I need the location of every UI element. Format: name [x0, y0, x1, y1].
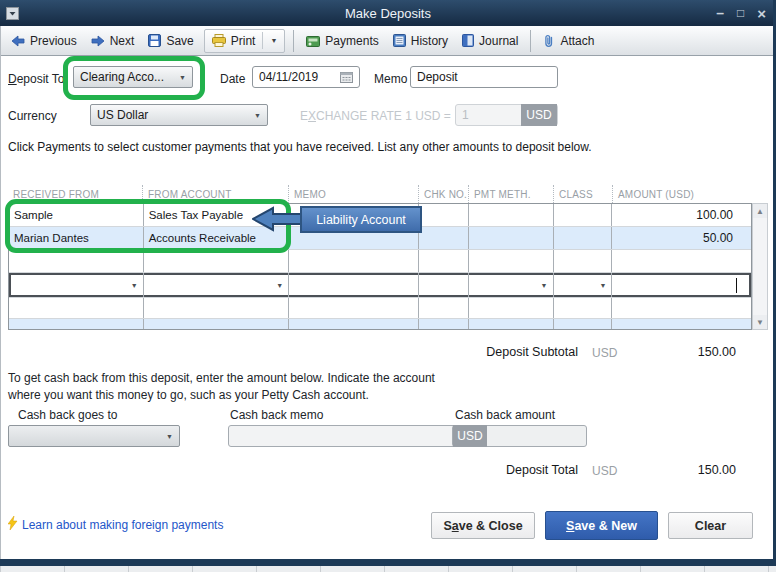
titlebar[interactable]: Make Deposits – □ × — [0, 0, 776, 26]
chevron-down-icon: ▼ — [270, 37, 277, 44]
payments-button[interactable]: Payments — [299, 30, 385, 52]
cell-received-from[interactable] — [9, 250, 143, 272]
attach-icon — [543, 34, 555, 48]
history-button[interactable]: History — [386, 30, 455, 52]
cell-amount[interactable] — [611, 298, 751, 318]
cash-back-memo-field[interactable] — [228, 425, 456, 447]
chevron-down-icon: ▼ — [179, 74, 186, 81]
chevron-down-icon[interactable]: ▼ — [541, 282, 548, 289]
cell-amount[interactable] — [611, 319, 751, 330]
save-and-new-button[interactable]: Save & New — [545, 511, 658, 540]
cell-pmt-meth[interactable] — [468, 319, 553, 330]
close-button[interactable]: × — [757, 6, 766, 21]
cell-from-account[interactable] — [143, 250, 289, 272]
cell-amount-editing[interactable] — [611, 273, 751, 297]
toolbar: Previous Next Save Print ▼ Payments Hist… — [0, 26, 776, 56]
cell-class[interactable] — [553, 250, 612, 272]
cash-back-goes-to-dropdown[interactable]: ▼ — [8, 425, 180, 447]
cash-back-instruction-line1: To get cash back from this deposit, ente… — [8, 371, 435, 385]
minimize-button[interactable]: – — [716, 6, 724, 20]
cell-memo[interactable] — [288, 250, 418, 272]
date-field[interactable]: 04/11/2019 — [252, 66, 360, 88]
payments-icon — [306, 34, 320, 47]
cell-chk-no[interactable] — [418, 298, 468, 318]
print-button-group: Print ▼ — [204, 29, 286, 53]
cell-amount[interactable] — [611, 250, 751, 272]
exchange-rate-unit-badge: USD — [521, 104, 557, 126]
maximize-button[interactable]: □ — [737, 7, 744, 19]
cell-chk-no[interactable] — [418, 319, 468, 330]
save-button[interactable]: Save — [141, 30, 200, 52]
cell-class-dropdown[interactable]: ▼ — [553, 273, 612, 297]
cell-chk-no[interactable] — [418, 250, 468, 272]
cell-chk-no[interactable] — [418, 204, 468, 226]
cell-from-account[interactable] — [143, 319, 289, 330]
previous-button[interactable]: Previous — [4, 30, 84, 52]
cell-chk-no[interactable] — [418, 273, 468, 297]
scroll-up-icon[interactable]: ▲ — [753, 204, 767, 218]
cell-received-from[interactable] — [9, 319, 143, 330]
cell-pmt-meth[interactable] — [468, 227, 553, 249]
journal-label: Journal — [479, 34, 518, 48]
cell-class[interactable] — [553, 227, 612, 249]
cash-back-instruction-line2: where you want this money to go, such as… — [8, 388, 369, 402]
print-dropdown-button[interactable]: ▼ — [262, 32, 284, 49]
date-value: 04/11/2019 — [259, 70, 318, 84]
memo-field[interactable]: Deposit — [410, 66, 558, 88]
cell-from-account-dropdown[interactable]: ▼ — [143, 273, 289, 297]
chevron-down-icon: ▼ — [254, 112, 261, 119]
currency-label: Currency — [8, 109, 57, 123]
cash-back-amount-label: Cash back amount — [455, 408, 555, 422]
clear-button[interactable]: Clear — [668, 512, 753, 539]
next-button[interactable]: Next — [84, 30, 142, 52]
save-and-close-button[interactable]: Save & Close — [431, 512, 535, 539]
window-menu-icon[interactable] — [6, 7, 19, 20]
cell-chk-no[interactable] — [418, 227, 468, 249]
journal-button[interactable]: Journal — [455, 30, 525, 52]
cash-back-amount-field[interactable]: USD — [452, 425, 587, 447]
memo-label: Memo — [374, 72, 407, 86]
cell-pmt-meth-dropdown[interactable]: ▼ — [468, 273, 553, 297]
cell-class[interactable] — [553, 204, 612, 226]
attach-button[interactable]: Attach — [536, 30, 601, 52]
foreign-payments-link[interactable]: Learn about making foreign payments — [22, 518, 223, 532]
previous-label: Previous — [30, 34, 77, 48]
callout-arrow-left-icon — [252, 205, 304, 237]
cell-memo[interactable] — [288, 319, 418, 330]
deposit-subtotal-currency: USD — [592, 346, 617, 360]
col-header-from-account: FROM ACCOUNT — [142, 185, 288, 203]
cell-received-from[interactable]: Marian Dantes — [9, 227, 143, 249]
currency-value: US Dollar — [97, 108, 148, 122]
table-scrollbar[interactable]: ▲ ▼ — [752, 203, 768, 330]
save-label: Save — [166, 34, 193, 48]
chevron-down-icon[interactable]: ▼ — [599, 282, 606, 289]
cell-received-from[interactable] — [9, 298, 143, 318]
cell-received-from[interactable]: Sample — [9, 204, 143, 226]
cell-pmt-meth[interactable] — [468, 250, 553, 272]
journal-icon — [462, 34, 474, 47]
liability-account-callout: Liability Account — [300, 206, 422, 233]
print-button[interactable]: Print — [205, 30, 263, 52]
col-header-pmt-meth: PMT METH. — [468, 185, 553, 203]
cell-pmt-meth[interactable] — [468, 298, 553, 318]
cell-class[interactable] — [553, 319, 612, 330]
cell-received-from-dropdown[interactable]: ▼ — [9, 273, 143, 297]
make-deposits-window: Make Deposits – □ × Previous Next Save P… — [0, 0, 776, 572]
chevron-down-icon[interactable]: ▼ — [131, 282, 138, 289]
cell-amount[interactable]: 100.00 — [611, 204, 751, 226]
cell-amount[interactable]: 50.00 — [611, 227, 751, 249]
deposit-to-dropdown[interactable]: Clearing Acco... ▼ — [73, 66, 193, 88]
print-icon — [212, 34, 226, 47]
cell-memo[interactable] — [288, 298, 418, 318]
save-icon — [148, 34, 161, 47]
lightning-icon — [8, 516, 18, 534]
deposit-to-value: Clearing Acco... — [80, 70, 164, 84]
calendar-icon[interactable] — [340, 71, 353, 83]
scroll-down-icon[interactable]: ▼ — [753, 315, 767, 329]
cell-class[interactable] — [553, 298, 612, 318]
chevron-down-icon[interactable]: ▼ — [276, 282, 283, 289]
cell-pmt-meth[interactable] — [468, 204, 553, 226]
cell-from-account[interactable] — [143, 298, 289, 318]
currency-dropdown[interactable]: US Dollar ▼ — [90, 104, 268, 126]
cell-memo[interactable] — [288, 273, 418, 297]
